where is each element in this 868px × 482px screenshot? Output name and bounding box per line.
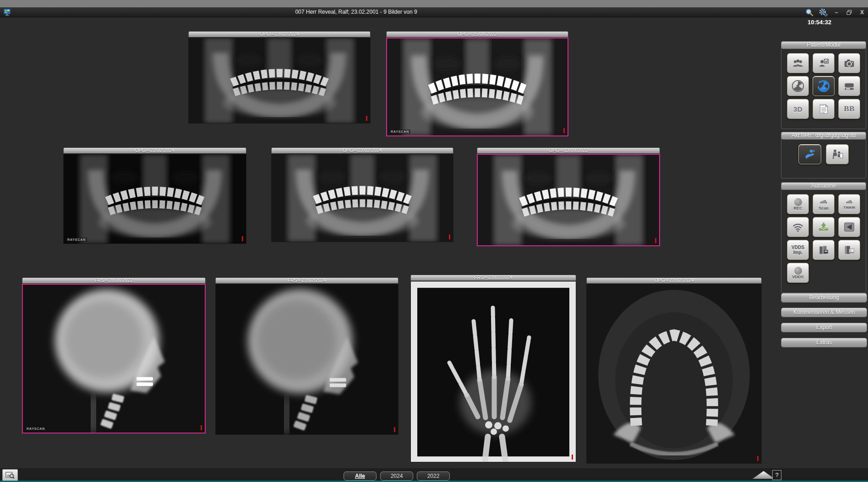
wifi-icon [792,221,804,233]
twain-button[interactable]: TWAIN [838,194,860,214]
thumbnail-title: OPG - 23.02.2024 [271,147,453,154]
thumbnail-title: OPG - 23.02.2024 [188,31,371,38]
restore-button[interactable] [844,8,854,16]
import-button[interactable] [813,217,835,237]
help-button[interactable]: ? [772,470,781,480]
frs-xray-image [23,285,205,433]
patient-modul-panel: Patient/Modul 3D BB [781,41,866,129]
thumbnail-tile[interactable]: OPG - 25.08.2022 RAYSCAN [386,31,568,136]
thumbnail-tile[interactable]: OPG - 23.02.2024 [586,277,762,464]
document-icon [818,103,830,115]
desktop-strip [0,0,868,7]
storage-button[interactable] [838,76,860,96]
photo-module-button[interactable] [838,53,860,73]
thumbnail-tile[interactable]: OPG - 13.09.2022 [477,147,660,246]
thumbnail-label: OPG - 23.02.2024 [260,32,299,37]
treatment-info-button[interactable] [826,144,849,164]
close-button[interactable]: X [857,8,867,16]
thumbnail-title: OPG - 25.08.2022 [386,31,568,38]
opg-xray-image [478,155,659,245]
thumbnail-title: OPG - 13.09.2022 [477,147,660,154]
thumbnail-tile[interactable]: FRS - 23.02.2024 [215,277,399,435]
treatment-active-button[interactable] [798,144,821,164]
extras-button[interactable]: Extras [781,338,867,347]
rec-circle-icon [794,198,802,206]
rec-label: REC [793,206,802,211]
thumbnail-tile[interactable]: OPG - 23.02.2024 [271,147,453,242]
status-mark [366,116,367,121]
thumbnail-label: OPG - 23.02.2024 [655,278,694,283]
thumbnail-title: FRS - 23.02.2024 [410,275,576,281]
comment-measure-button[interactable]: Kommentieren & Messen [781,308,867,317]
archive-button[interactable] [813,240,835,260]
thumbnail-label: FRS - 23.02.2024 [474,275,513,280]
scan-button[interactable]: Scan [813,194,835,214]
vdds-button[interactable]: VDDS [787,263,809,283]
thumbnail-label: OPG - 25.08.2022 [458,32,497,37]
bb-module-button[interactable]: BB [838,99,860,119]
hand-xray-image [411,282,576,462]
rayscan-watermark: RAYSCAN [25,427,46,431]
camera-icon [842,57,856,69]
footer-bar: Alle 2024 2022 ? [0,468,868,482]
status-mark [572,455,573,460]
clock: 10:54:32 [808,19,831,26]
status-mark [201,425,202,430]
treatment-header: Akt.Beh.: dfgsdfgdgsdgsfd [781,132,866,140]
image-magnifier-icon [5,470,16,480]
3d-label: 3D [793,105,802,113]
radiation-sync-icon [817,79,830,93]
minimize-button[interactable]: – [831,8,841,16]
3d-module-button[interactable]: 3D [787,99,809,119]
export-button[interactable]: Export [781,323,867,332]
status-mark [394,427,395,432]
xray-module-active-button[interactable] [813,76,835,96]
frs-xray-image [216,284,398,434]
rec-button[interactable]: REC [787,194,809,214]
tab-2022[interactable]: 2022 [417,471,450,481]
vdds-import-button[interactable]: VDDS Imp. [787,240,809,260]
viewer-button[interactable] [2,469,18,481]
import-arrow-icon [817,221,830,233]
gear-icon[interactable] [818,8,829,16]
user-check-icon [817,57,830,69]
thumbnail-label: OPG - 23.02.2024 [343,148,382,153]
thumbnail-title: OPG - 23.02.2024 [63,147,246,154]
users-icon [791,57,805,69]
tab-alle[interactable]: Alle [344,471,377,481]
axial-ct-image [587,284,761,463]
thumbnail-label: OPG - 23.02.2024 [135,148,175,153]
catalog-button[interactable] [838,240,860,260]
edit-button[interactable]: Bearbeitung [781,293,867,303]
patient-modul-header: Patient/Modul [781,41,866,49]
radiation-icon [792,80,804,92]
image-back-button[interactable] [838,217,860,237]
status-mark [242,236,243,241]
vdds-label: VDDS [792,275,803,279]
status-mark [449,234,450,239]
thumbnail-title: OPG - 23.02.2024 [586,277,762,284]
previous-image-icon [843,221,856,233]
thumbnail-tile[interactable]: FRS - 23.02.2024 [410,275,576,462]
status-mark [757,456,759,461]
report-button[interactable] [813,99,835,119]
thumbnail-tile[interactable]: FRS - 28.06.2022 RAYSCAN [22,277,206,433]
thumbnail-tile[interactable]: OPG - 23.02.2024 RAYSCAN [63,147,246,244]
thumbnail-label: FRS - 23.02.2024 [288,278,326,283]
xray-module-button[interactable] [787,76,809,96]
thumbnail-tile[interactable]: OPG - 23.02.2024 [188,31,371,124]
book-image-icon [843,244,856,256]
opg-xray-image [64,154,246,244]
status-mark [655,238,656,243]
search-icon[interactable] [804,8,815,16]
capture-header: Aufnahme [781,182,866,190]
collapse-up-icon[interactable] [753,471,775,479]
patients-button[interactable] [787,53,809,73]
tab-2024[interactable]: 2024 [380,471,413,481]
wireless-button[interactable] [787,217,809,237]
application-window: 007 Herr Reveal, Ralf; 23.02.2001 - 9 Bi… [0,0,868,482]
patient-select-button[interactable] [813,53,835,73]
opg-xray-image [189,38,370,123]
consultation-icon [830,147,845,161]
books-icon [817,244,830,256]
